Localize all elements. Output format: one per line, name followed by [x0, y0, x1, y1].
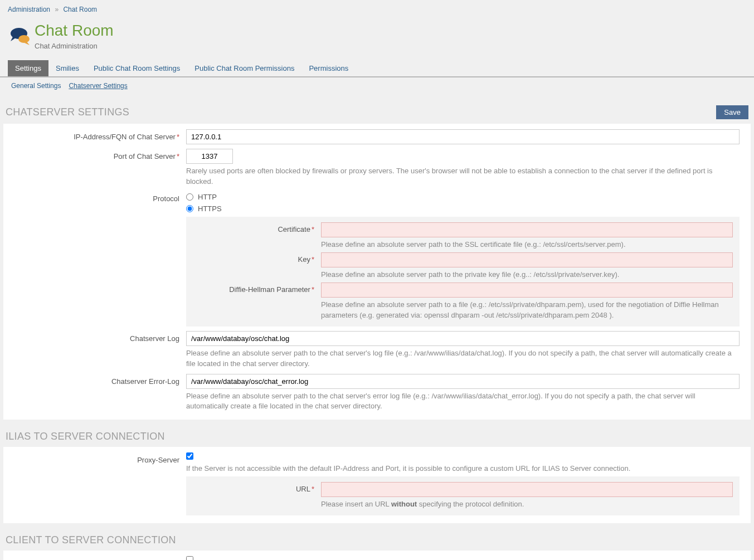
section-chatserver-settings: IP-Address/FQN of Chat Server* Port of C…	[3, 124, 751, 420]
help-dhparam: Please define an absolute server path to…	[321, 300, 733, 321]
help-key: Please define an absolute server path to…	[321, 270, 733, 280]
input-port[interactable]	[186, 149, 233, 164]
svg-point-1	[18, 35, 30, 43]
breadcrumb-current[interactable]: Chat Room	[63, 6, 97, 13]
label-key: Key*	[192, 252, 321, 264]
help-certificate: Please define an absolute server path to…	[321, 240, 733, 250]
input-chatserver-errorlog[interactable]	[186, 374, 740, 389]
checkbox-client-proxy[interactable]	[186, 556, 193, 560]
section-ilias-title: ILIAS TO SERVER CONNECTION	[6, 431, 165, 442]
section-ilias-head: ILIAS TO SERVER CONNECTION	[0, 426, 754, 447]
section-chatserver-title: CHATSERVER SETTINGS	[6, 106, 129, 118]
label-ilias-url: URL*	[192, 482, 321, 493]
label-ilias-proxy: Proxy-Server	[9, 452, 186, 464]
label-chatserver-errorlog: Chatserver Error-Log	[9, 374, 186, 386]
ilias-proxy-subform: URL* Please insert an URL without specif…	[186, 476, 740, 515]
label-protocol: Protocol	[9, 191, 186, 203]
input-ip-address[interactable]	[186, 129, 740, 144]
input-key[interactable]	[321, 252, 733, 267]
help-chatserver-errorlog: Please define an absolute server path to…	[186, 391, 740, 412]
main-tabs: Settings Smilies Public Chat Room Settin…	[0, 60, 754, 77]
tab-permissions[interactable]: Permissions	[301, 60, 356, 76]
section-ilias-connection: Proxy-Server If the Server is not access…	[3, 447, 751, 523]
radio-https-label: HTTPS	[198, 204, 222, 213]
radio-https[interactable]	[186, 205, 193, 212]
tab-public-chat-room-settings[interactable]: Public Chat Room Settings	[86, 60, 187, 76]
subtab-chatserver-settings[interactable]: Chatserver Settings	[69, 82, 127, 90]
https-subform: Certificate* Please define an absolute s…	[186, 217, 740, 326]
label-chatserver-log: Chatserver Log	[9, 331, 186, 343]
sub-tabs: General Settings Chatserver Settings	[0, 79, 754, 94]
section-client-title: CLIENT TO SERVER CONNECTION	[6, 534, 176, 546]
breadcrumb-sep: »	[55, 6, 59, 13]
breadcrumb: Administration » Chat Room	[0, 0, 754, 19]
radio-http[interactable]	[186, 193, 193, 201]
tab-settings[interactable]: Settings	[8, 60, 48, 76]
subtab-general-settings[interactable]: General Settings	[11, 82, 61, 90]
label-dhparam: Diffie-Hellman Parameter*	[192, 283, 321, 294]
label-port: Port of Chat Server*	[9, 149, 186, 160]
tab-smilies[interactable]: Smilies	[48, 60, 86, 76]
help-port: Rarely used ports are often blocked by f…	[186, 166, 740, 187]
label-client-proxy: Proxy-Server	[9, 556, 186, 560]
input-certificate[interactable]	[321, 222, 733, 237]
page-title: Chat Room	[35, 22, 114, 40]
section-client-head: CLIENT TO SERVER CONNECTION	[0, 530, 754, 551]
label-certificate: Certificate*	[192, 222, 321, 233]
checkbox-ilias-proxy[interactable]	[186, 452, 193, 460]
help-chatserver-log: Please define an absolute server path to…	[186, 348, 740, 369]
section-chatserver-settings-head: CHATSERVER SETTINGS Save	[0, 101, 754, 124]
page-subtitle: Chat Administration	[35, 42, 114, 50]
label-ip-address: IP-Address/FQN of Chat Server*	[9, 129, 186, 141]
help-ilias-proxy: If the Server is not accessible with the…	[186, 464, 740, 474]
chat-icon	[8, 27, 32, 46]
help-ilias-url: Please insert an URL without specifying …	[321, 499, 733, 510]
input-dhparam[interactable]	[321, 283, 733, 298]
breadcrumb-root[interactable]: Administration	[8, 6, 50, 13]
tab-public-chat-room-permissions[interactable]: Public Chat Room Permissions	[187, 60, 301, 76]
input-chatserver-log[interactable]	[186, 331, 740, 346]
input-ilias-url[interactable]	[321, 482, 733, 497]
radio-http-label: HTTP	[198, 193, 217, 201]
save-button[interactable]: Save	[716, 105, 748, 119]
page-header: Chat Room Chat Administration	[0, 19, 754, 60]
section-client-connection: Proxy-Server If the Server is not access…	[3, 551, 751, 560]
